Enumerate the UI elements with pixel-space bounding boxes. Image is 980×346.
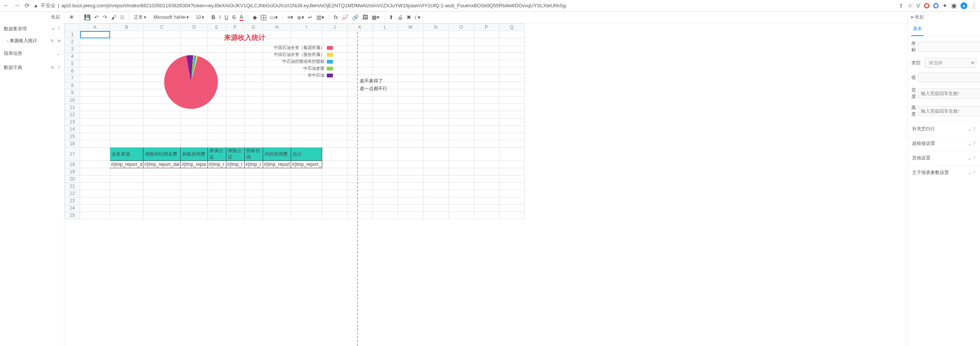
coord-input[interactable] [918,42,980,52]
row-header[interactable]: 13 [65,118,80,126]
cell[interactable] [291,175,322,183]
row-header[interactable]: 4 [65,53,80,60]
right-collapse[interactable]: 收起 [908,11,980,23]
cell[interactable] [181,205,208,212]
acc-fill-blank[interactable]: 补充空白行 ⌄ ? [908,121,980,136]
cell[interactable] [499,205,524,212]
cell[interactable] [347,197,372,205]
cell[interactable] [423,53,448,60]
cell[interactable] [372,31,398,38]
cell[interactable] [110,75,143,82]
cell[interactable] [448,197,474,205]
cell[interactable] [448,97,474,104]
style-select[interactable]: 正常 ▾ [134,14,150,21]
ext-icon-blue[interactable] [933,3,939,8]
cell[interactable] [372,97,398,104]
cell[interactable] [398,140,423,148]
cell[interactable] [263,140,291,148]
cell[interactable] [372,140,398,148]
border-icon[interactable] [261,15,266,20]
cell[interactable] [448,140,474,148]
col-header[interactable]: N [423,24,448,31]
cell[interactable] [423,161,448,168]
cell[interactable]: #{tmp_report_ [291,161,322,168]
cell[interactable] [499,175,524,183]
cell[interactable] [499,148,524,161]
share-icon[interactable]: ⇪ [899,2,904,9]
row-header[interactable]: 9 [65,89,80,97]
row-header[interactable]: 7 [65,75,80,82]
cell[interactable] [110,111,143,118]
edit-icon[interactable]: ✎ [50,38,54,44]
cell[interactable] [474,89,499,97]
cell[interactable] [80,148,110,161]
cell[interactable] [423,60,448,67]
cell[interactable] [398,97,423,104]
cell[interactable] [448,75,474,82]
cell[interactable] [143,168,181,175]
cell[interactable] [398,148,423,161]
cell[interactable] [143,190,181,197]
col-header[interactable]: E [208,24,226,31]
row-header[interactable]: 11 [65,104,80,111]
italic-icon[interactable]: I [219,14,221,20]
legend-item[interactable]: 中国石油全资（集团所属） [274,45,333,51]
cell[interactable] [474,175,499,183]
cell[interactable] [181,190,208,197]
cell[interactable] [499,168,524,175]
cell[interactable] [208,205,226,212]
cell[interactable]: #{tmp_r [208,161,226,168]
cell[interactable] [181,183,208,190]
cell[interactable]: #{tmp_r [226,161,244,168]
cell[interactable] [474,97,499,104]
cell[interactable] [448,118,474,126]
cell[interactable] [474,82,499,89]
panel-icon[interactable]: ▣ [951,2,957,9]
cell[interactable] [347,205,372,212]
cell[interactable] [291,190,322,197]
row-header[interactable]: 8 [65,82,80,89]
ext-icon-red[interactable] [924,3,929,8]
cell[interactable] [143,205,181,212]
cell[interactable] [143,140,181,148]
cell[interactable] [398,53,423,60]
cell[interactable] [244,133,263,140]
cell[interactable]: #{tmp_repor [181,161,208,168]
bold-icon[interactable]: B [211,14,215,20]
cell[interactable] [423,197,448,205]
cell[interactable] [80,168,110,175]
cell[interactable] [499,67,524,75]
cell[interactable] [226,175,244,183]
cell[interactable]: #{tmp_r [244,161,263,168]
cell[interactable] [291,183,322,190]
row-header[interactable]: 3 [65,46,80,53]
cell[interactable] [244,190,263,197]
legend-item[interactable]: 中石油控股或有控股权 [274,59,333,64]
cell[interactable] [448,38,474,46]
cell[interactable] [181,168,208,175]
row-header[interactable]: 19 [65,168,80,175]
col-header[interactable]: H [263,24,291,31]
cell[interactable] [263,212,291,219]
row-header[interactable]: 14 [65,126,80,133]
cell[interactable] [448,175,474,183]
cell[interactable] [110,140,143,148]
cell[interactable] [372,183,398,190]
cell[interactable] [80,75,110,82]
cell[interactable] [423,205,448,212]
cell[interactable] [398,126,423,133]
cell[interactable] [208,190,226,197]
size-select[interactable]: 10 ▾ [196,15,208,20]
cell[interactable] [80,133,110,140]
cell[interactable] [291,205,322,212]
cell[interactable] [398,67,423,75]
cell[interactable] [80,175,110,183]
cell[interactable] [499,197,524,205]
cell[interactable] [448,89,474,97]
cell[interactable] [398,133,423,140]
clear-icon[interactable]: ✖ [407,14,411,20]
reload-icon[interactable]: ⟳ [25,2,30,9]
col-header[interactable]: I [291,24,322,31]
cell[interactable] [80,140,110,148]
cell[interactable] [423,38,448,46]
